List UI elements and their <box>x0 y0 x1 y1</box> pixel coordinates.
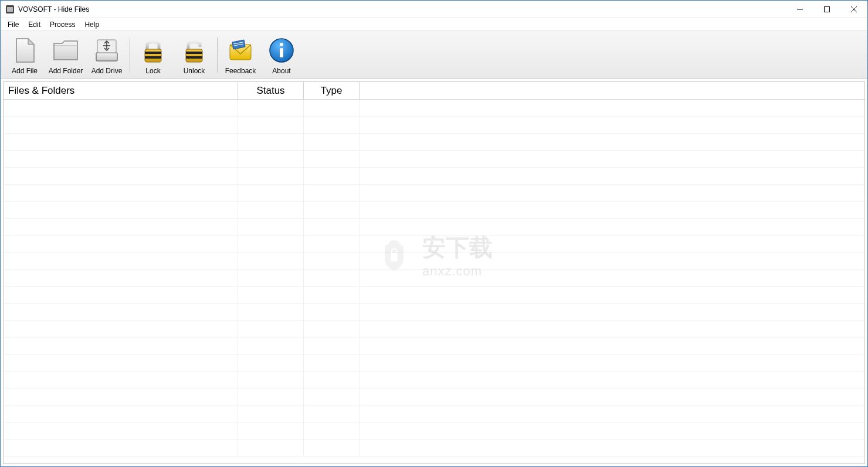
table-cell <box>360 134 864 150</box>
table-row[interactable] <box>4 338 864 354</box>
menu-help[interactable]: Help <box>80 19 104 30</box>
table-cell <box>4 270 238 286</box>
column-files-folders[interactable]: Files & Folders <box>4 82 238 99</box>
table-row[interactable] <box>4 202 864 219</box>
table-cell <box>4 219 238 235</box>
table-cell <box>304 354 360 371</box>
table-cell <box>304 371 360 388</box>
table-row[interactable] <box>4 270 864 287</box>
table-cell <box>360 168 864 184</box>
table-body[interactable]: 安下载 anxz.com <box>4 100 864 463</box>
unlock-button[interactable]: Unlock <box>174 33 215 77</box>
toolbar: Add File Add Folder Add Drive <box>1 31 867 79</box>
table-cell <box>238 219 304 235</box>
table-row[interactable] <box>4 304 864 321</box>
feedback-label: Feedback <box>225 67 256 75</box>
table-row[interactable] <box>4 405 864 422</box>
table-cell <box>360 321 864 337</box>
table-row[interactable] <box>4 151 864 168</box>
menu-edit[interactable]: Edit <box>23 19 45 30</box>
table-cell <box>4 253 238 269</box>
window-title: VOVSOFT - Hide Files <box>18 5 89 13</box>
table-cell <box>360 117 864 133</box>
table-cell <box>4 287 238 303</box>
table-cell <box>4 422 238 439</box>
table-cell <box>304 287 360 303</box>
unlock-icon <box>179 35 209 66</box>
svg-rect-17 <box>280 48 283 57</box>
table-cell <box>238 202 304 218</box>
menu-process[interactable]: Process <box>45 19 80 30</box>
table-cell <box>4 202 238 218</box>
table-row[interactable] <box>4 253 864 270</box>
table-cell <box>4 236 238 252</box>
table-row[interactable] <box>4 287 864 304</box>
column-status[interactable]: Status <box>238 82 304 99</box>
svg-rect-11 <box>186 49 202 62</box>
table-cell <box>238 388 304 405</box>
svg-rect-3 <box>825 6 830 12</box>
file-icon <box>9 35 40 66</box>
table-row[interactable] <box>4 371 864 388</box>
table-cell <box>304 253 360 269</box>
table-cell <box>4 371 238 388</box>
minimize-button[interactable] <box>786 1 813 18</box>
table-cell <box>304 388 360 405</box>
table-cell <box>360 219 864 235</box>
titlebar: VOVSOFT - Hide Files <box>1 1 867 18</box>
envelope-icon <box>225 35 256 66</box>
add-folder-button[interactable]: Add Folder <box>45 33 86 77</box>
add-file-button[interactable]: Add File <box>4 33 45 77</box>
table-row[interactable] <box>4 236 864 253</box>
table-cell <box>238 134 304 150</box>
table-header: Files & Folders Status Type <box>4 82 864 100</box>
add-drive-button[interactable]: Add Drive <box>86 33 127 77</box>
table-cell <box>360 151 864 167</box>
table-row[interactable] <box>4 100 864 117</box>
table-cell <box>238 439 304 456</box>
table-cell <box>304 422 360 439</box>
menubar: File Edit Process Help <box>1 18 867 31</box>
table-cell <box>360 270 864 286</box>
menu-file[interactable]: File <box>3 19 23 30</box>
maximize-button[interactable] <box>813 1 840 18</box>
column-spacer <box>360 82 864 99</box>
table-cell <box>304 405 360 422</box>
table-row[interactable] <box>4 321 864 338</box>
table-row[interactable] <box>4 388 864 405</box>
table-cell <box>238 321 304 337</box>
table-cell <box>360 304 864 320</box>
table-cell <box>238 338 304 354</box>
table-row[interactable] <box>4 134 864 151</box>
table-cell <box>238 270 304 286</box>
table-row[interactable] <box>4 219 864 236</box>
table-row[interactable] <box>4 422 864 439</box>
table-cell <box>360 422 864 439</box>
lock-button[interactable]: Lock <box>133 33 174 77</box>
app-icon <box>5 5 15 14</box>
table-row[interactable] <box>4 439 864 456</box>
table-cell <box>304 134 360 150</box>
table-row[interactable] <box>4 185 864 202</box>
feedback-button[interactable]: Feedback <box>220 33 261 77</box>
table-cell <box>238 422 304 439</box>
table-cell <box>238 287 304 303</box>
table-cell <box>4 168 238 184</box>
unlock-label: Unlock <box>184 67 205 75</box>
table-cell <box>238 371 304 388</box>
svg-rect-13 <box>186 56 202 59</box>
close-button[interactable] <box>840 1 867 18</box>
add-drive-label: Add Drive <box>91 67 123 75</box>
table-row[interactable] <box>4 117 864 134</box>
table-cell <box>360 388 864 405</box>
table-cell <box>360 202 864 218</box>
about-button[interactable]: About <box>261 33 302 77</box>
table-cell <box>4 388 238 405</box>
column-type[interactable]: Type <box>304 82 360 99</box>
table-cell <box>360 236 864 252</box>
svg-rect-10 <box>145 56 161 59</box>
table-cell <box>360 253 864 269</box>
svg-rect-1 <box>7 7 13 12</box>
table-row[interactable] <box>4 168 864 185</box>
table-row[interactable] <box>4 354 864 371</box>
